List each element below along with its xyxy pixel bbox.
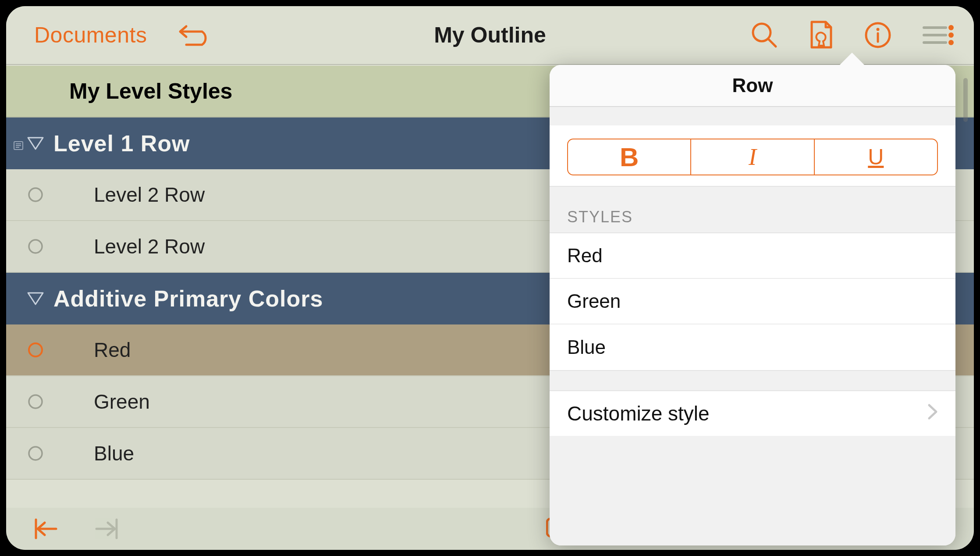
header-text: My Level Styles [69,78,232,104]
svg-point-19 [29,447,42,460]
list-settings-icon[interactable] [922,23,955,47]
text-style-segmented-control: B I U [567,139,938,175]
svg-point-15 [29,188,42,201]
disclosure-triangle-icon[interactable] [25,133,46,153]
customize-style-row[interactable]: Customize style [550,390,955,436]
svg-point-10 [948,40,954,45]
row-text: Level 2 Row [94,183,205,207]
row-text: Blue [94,442,134,465]
italic-button[interactable]: I [691,139,814,175]
row-text: Level 1 Row [53,130,190,157]
row-text: Red [94,338,131,362]
svg-point-9 [948,32,954,38]
outdent-icon[interactable] [32,517,59,541]
style-option[interactable]: Blue [550,324,955,370]
search-icon[interactable] [750,21,778,49]
svg-line-1 [769,39,776,46]
scroll-indicator [963,78,968,122]
popover-title: Row [732,75,773,96]
underline-button[interactable]: U [815,139,937,175]
svg-point-16 [29,240,42,253]
svg-point-18 [29,395,42,408]
svg-point-8 [948,25,954,30]
bullet-icon [25,185,46,205]
popover-header: Row [550,65,955,107]
info-icon[interactable] [864,21,891,49]
svg-point-17 [29,343,42,356]
row-text: Additive Primary Colors [53,285,323,312]
note-icon[interactable] [13,133,24,155]
row-text: Green [94,390,150,413]
document-tool-icon[interactable] [809,20,834,50]
styles-list: Red Green Blue [550,232,955,371]
toolbar: Documents My Outline [6,6,974,65]
style-option[interactable]: Green [550,279,955,324]
svg-point-3 [877,28,880,31]
row-text: Level 2 Row [94,235,205,258]
customize-style-label: Customize style [567,402,710,425]
bold-button[interactable]: B [568,139,691,175]
back-button[interactable]: Documents [34,22,147,48]
undo-icon[interactable] [178,23,212,47]
style-option[interactable]: Red [550,233,955,279]
inspector-popover: Row B I U STYLES Red Green Blue Customiz… [550,65,955,545]
bullet-icon [25,340,46,360]
indent-icon[interactable] [94,517,120,541]
svg-point-0 [753,24,771,41]
bullet-icon [25,392,46,412]
styles-section-label: STYLES [550,187,955,232]
bullet-icon [25,443,46,463]
disclosure-triangle-icon[interactable] [25,289,46,309]
bullet-icon [25,236,46,257]
chevron-right-icon [927,403,938,424]
